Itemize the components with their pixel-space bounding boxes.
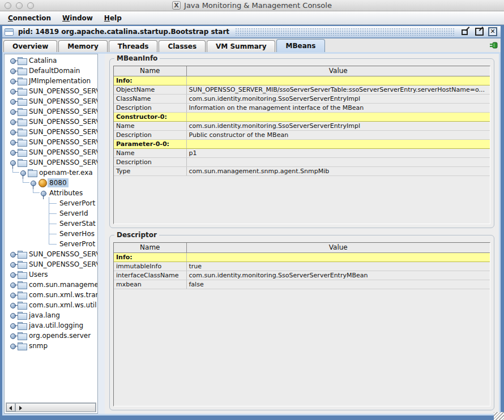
mbeaninfo-column-header-name[interactable]: Name — [114, 66, 186, 76]
tree-node-com-sun-xml-ws-util[interactable]: com.sun.xml.ws.util — [5, 300, 97, 310]
descriptor-cell-name[interactable]: immutableInfo — [114, 262, 186, 271]
tree-toggle-icon[interactable] — [8, 300, 17, 310]
tab-classes[interactable]: Classes — [159, 40, 206, 52]
mbeaninfo-cell-value[interactable] — [186, 76, 490, 85]
mbeaninfo-cell-name[interactable]: Name — [114, 148, 186, 157]
tree-toggle-icon[interactable] — [8, 106, 17, 117]
tree-toggle-icon[interactable] — [8, 55, 17, 66]
mbeaninfo-cell-name[interactable]: Parameter-0-0: — [114, 139, 186, 148]
tree-toggle-icon[interactable] — [8, 341, 17, 351]
menu-help[interactable]: Help — [100, 12, 126, 24]
tab-memory[interactable]: Memory — [58, 40, 108, 52]
scroll-right-icon[interactable] — [15, 403, 96, 412]
tree-node-jmimplementation[interactable]: JMImplementation — [5, 76, 97, 86]
mbeaninfo-cell-value[interactable] — [186, 112, 490, 121]
mbeaninfo-column-header-value[interactable]: Value — [186, 66, 490, 76]
tree-toggle-icon[interactable] — [8, 96, 17, 106]
tree-toggle-icon[interactable] — [8, 269, 17, 280]
tree-toggle-icon[interactable] — [8, 147, 17, 157]
internal-frame-titlebar[interactable]: pid: 14819 org.apache.catalina.startup.B… — [2, 26, 501, 38]
tree-toggle-icon[interactable] — [8, 331, 17, 341]
descriptor-cell-name[interactable]: mxbean — [114, 280, 186, 289]
mbeaninfo-cell-name[interactable]: Info: — [114, 76, 186, 85]
descriptor-cell-value[interactable]: true — [186, 262, 490, 271]
tab-threads[interactable]: Threads — [109, 40, 158, 52]
minimize-icon[interactable] — [461, 27, 470, 36]
descriptor-row[interactable]: interfaceClassNamecom.sun.identity.monit… — [114, 271, 490, 280]
tree-toggle-icon[interactable] — [8, 76, 17, 86]
mbeaninfo-cell-name[interactable]: Name — [114, 121, 186, 130]
maximize-icon[interactable] — [475, 27, 484, 36]
tree-node-sun-opensso-serv[interactable]: SUN_OPENSSO_SERV — [5, 96, 97, 106]
mbeaninfo-cell-value[interactable]: com.sun.identity.monitoring.SsoServerSer… — [186, 121, 490, 130]
tree-node-serverhos[interactable]: ServerHos — [5, 229, 97, 239]
tree-node-catalina[interactable]: Catalina — [5, 55, 97, 66]
tree-node-users[interactable]: Users — [5, 269, 97, 280]
tree-toggle-icon[interactable] — [8, 259, 17, 269]
mbeaninfo-row[interactable]: Typecom.sun.management.snmp.agent.SnmpMi… — [114, 166, 490, 175]
mbeaninfo-cell-value[interactable]: com.sun.identity.monitoring.SsoServerSer… — [186, 94, 490, 103]
tree-node-sun-opensso-serv[interactable]: SUN_OPENSSO_SERV — [5, 259, 97, 269]
mbeaninfo-cell-value[interactable]: p1 — [186, 148, 490, 157]
mbeaninfo-cell-name[interactable]: Constructor-0: — [114, 112, 186, 121]
tree-toggle-icon[interactable] — [39, 188, 48, 198]
mbeaninfo-cell-name[interactable]: ObjectName — [114, 85, 186, 94]
mbeaninfo-cell-value[interactable]: Information on the management interface … — [186, 103, 490, 112]
tree-node-com-sun-manageme[interactable]: com.sun.manageme — [5, 280, 97, 290]
tree-node-sun-opensso-serv[interactable]: SUN_OPENSSO_SERV — [5, 117, 97, 127]
mbeaninfo-row[interactable]: Description — [114, 157, 490, 166]
mbeaninfo-row[interactable]: Namep1 — [114, 148, 490, 157]
tree-toggle-icon[interactable] — [8, 310, 17, 320]
tab-overview[interactable]: Overview — [3, 40, 57, 52]
tree-toggle-icon[interactable] — [28, 178, 37, 188]
descriptor-column-header-name[interactable]: Name — [114, 243, 186, 252]
tree-toggle-icon[interactable] — [8, 137, 17, 147]
mbeaninfo-row[interactable]: DescriptionInformation on the management… — [114, 103, 490, 112]
mbeaninfo-row[interactable]: Info: — [114, 76, 490, 85]
tree-node-sun-opensso-serv[interactable]: SUN_OPENSSO_SERV — [5, 86, 97, 96]
mbeaninfo-row[interactable]: Parameter-0-0: — [114, 139, 490, 148]
tree-node-serverstat[interactable]: ServerStat — [5, 218, 97, 229]
tree-node-sun-opensso-serv[interactable]: SUN_OPENSSO_SERV — [5, 157, 97, 168]
mbeaninfo-cell-name[interactable]: Description — [114, 130, 186, 139]
tree-node-com-sun-xml-ws-tran[interactable]: com.sun.xml.ws.tran — [5, 290, 97, 300]
descriptor-row[interactable]: Info: — [114, 252, 490, 262]
mbeaninfo-row[interactable]: Constructor-0: — [114, 112, 490, 121]
tree-node-snmp[interactable]: snmp — [5, 341, 97, 351]
tree-toggle-icon[interactable] — [8, 127, 17, 137]
mbeaninfo-cell-value[interactable] — [186, 157, 490, 166]
mbeaninfo-cell-value[interactable] — [186, 139, 490, 148]
close-icon[interactable]: ✕ — [488, 27, 497, 36]
tree-node-defaultdomain[interactable]: DefaultDomain — [5, 66, 97, 76]
mbeaninfo-cell-value[interactable]: Public constructor of the MBean — [186, 130, 490, 139]
tab-mbeans[interactable]: MBeans — [276, 39, 324, 52]
descriptor-cell-value[interactable]: false — [186, 280, 490, 289]
tree-toggle-icon[interactable] — [8, 86, 17, 96]
menu-window[interactable]: Window — [58, 12, 97, 24]
mbeaninfo-row[interactable]: Namecom.sun.identity.monitoring.SsoServe… — [114, 121, 490, 130]
tree-node-org-opends-server[interactable]: org.opends.server — [5, 331, 97, 341]
tree-node-openam-ter-exa[interactable]: openam-ter.exa — [5, 168, 97, 178]
tree-node-attributes[interactable]: Attributes — [5, 188, 97, 198]
menu-connection[interactable]: Connection — [3, 12, 55, 24]
tree-toggle-icon[interactable] — [8, 280, 17, 290]
tree-toggle-icon[interactable] — [8, 290, 17, 300]
descriptor-cell-value[interactable]: com.sun.identity.monitoring.SsoServerSer… — [186, 271, 490, 280]
scroll-left-icon[interactable] — [6, 403, 15, 412]
mbeaninfo-cell-name[interactable]: Type — [114, 166, 186, 175]
descriptor-row[interactable]: mxbeanfalse — [114, 280, 490, 289]
tree-node-serverprot[interactable]: ServerProt — [5, 239, 97, 249]
resize-grip[interactable] — [494, 412, 504, 420]
mbeaninfo-cell-name[interactable]: ClassName — [114, 94, 186, 103]
tree-node-8080[interactable]: 8080 — [5, 178, 97, 188]
mbeaninfo-row[interactable]: ClassNamecom.sun.identity.monitoring.Sso… — [114, 94, 490, 103]
mbeaninfo-cell-value[interactable]: SUN_OPENSSO_SERVER_MIB/ssoServerServerTa… — [186, 85, 490, 94]
tree-toggle-icon[interactable] — [8, 117, 17, 127]
descriptor-cell-value[interactable] — [186, 252, 490, 262]
tree-node-sun-opensso-serv[interactable]: SUN_OPENSSO_SERV — [5, 249, 97, 259]
descriptor-cell-name[interactable]: interfaceClassName — [114, 271, 186, 280]
tree-node-sun-opensso-serv[interactable]: SUN_OPENSSO_SERV — [5, 137, 97, 147]
mbeaninfo-row[interactable]: DescriptionPublic constructor of the MBe… — [114, 130, 490, 139]
tree-toggle-icon[interactable] — [18, 168, 27, 178]
tree-node-sun-opensso-serv[interactable]: SUN_OPENSSO_SERV — [5, 106, 97, 117]
